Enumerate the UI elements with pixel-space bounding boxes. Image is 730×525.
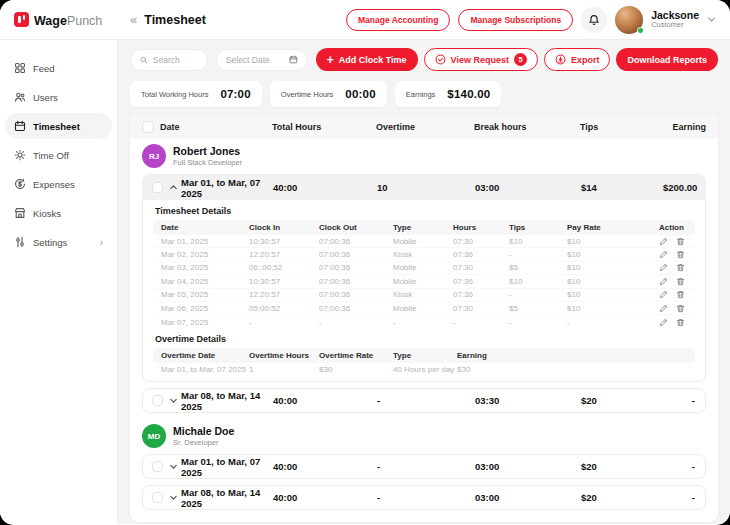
row-checkbox[interactable] xyxy=(152,182,163,193)
sidebar-item-users[interactable]: Users xyxy=(5,84,112,110)
notification-bell-button[interactable] xyxy=(581,7,607,33)
detail-hours: 07:30 xyxy=(453,237,509,246)
detail-date: Mar 03, 2025 xyxy=(161,263,249,272)
sidebar-item-expenses[interactable]: Expenses xyxy=(5,171,112,197)
select-date-input[interactable] xyxy=(226,55,284,65)
sidebar-item-time-off[interactable]: Time Off xyxy=(5,142,112,168)
detail-tips: - xyxy=(509,290,567,299)
expenses-icon xyxy=(14,178,26,190)
manage-subscriptions-button[interactable]: Manage Subscriptions xyxy=(458,9,573,31)
collapse-chevron-up-icon[interactable] xyxy=(165,183,181,192)
edit-pencil-icon[interactable] xyxy=(659,318,668,327)
employee-role: Full Stack Developer xyxy=(173,158,242,167)
download-reports-button[interactable]: Download Reports xyxy=(616,48,718,71)
feed-icon xyxy=(14,62,26,74)
sidebar-item-label: Time Off xyxy=(33,150,69,161)
overtime-details-title: Overtime Details xyxy=(155,334,693,344)
summary-label: Total Working Hours xyxy=(141,90,208,99)
edit-pencil-icon[interactable] xyxy=(659,290,668,299)
detail-clock-in: 10:30:57 xyxy=(249,277,319,286)
overtime-header-row: Overtime Date Overtime Hours Overtime Ra… xyxy=(153,348,695,363)
timesheet-detail-row: Mar 02, 2025 12:20:57 07:00:36 Kiosk 07:… xyxy=(153,248,695,261)
manage-accounting-button[interactable]: Manage Accounting xyxy=(346,9,450,31)
add-clock-time-button[interactable]: + Add Clock Time xyxy=(316,48,418,71)
detail-hours: 07:36 xyxy=(453,290,509,299)
timesheet-group-collapsed[interactable]: Mar 01, to Mar, 07 2025 40:00 - 03:00 $2… xyxy=(142,454,706,479)
detail-actions xyxy=(659,318,687,327)
timesheet-detail-row: Mar 07, 2025 - - - - - - xyxy=(153,315,695,328)
sidebar-item-kiosks[interactable]: Kiosks xyxy=(5,200,112,226)
detail-hours: - xyxy=(453,318,509,327)
timesheet-details-title: Timesheet Details xyxy=(155,206,693,216)
back-chevrons-icon[interactable]: « xyxy=(130,12,137,27)
date-field[interactable] xyxy=(216,49,308,71)
sidebar-item-timesheet[interactable]: Timesheet xyxy=(5,113,112,139)
view-request-button[interactable]: View Request 5 xyxy=(424,48,538,71)
employee-row: MD Michale Doe Sr. Developer xyxy=(130,419,718,452)
group-tips: $14 xyxy=(581,182,663,193)
bell-icon xyxy=(588,14,600,26)
delete-trash-icon[interactable] xyxy=(676,318,685,327)
detail-tips: $10 xyxy=(509,277,567,286)
detail-hours: 07:36 xyxy=(453,250,509,259)
delete-trash-icon[interactable] xyxy=(676,237,685,246)
delete-trash-icon[interactable] xyxy=(676,304,685,313)
row-checkbox[interactable] xyxy=(152,461,163,472)
group-header-row[interactable]: Mar 01, to Mar, 07 2025 40:00 10 03:00 $… xyxy=(143,175,705,200)
search-input[interactable] xyxy=(153,55,198,65)
sidebar-item-feed[interactable]: Feed xyxy=(5,55,112,81)
edit-pencil-icon[interactable] xyxy=(659,237,668,246)
expand-chevron-down-icon[interactable] xyxy=(165,462,181,471)
summary-label: Overtime Hours xyxy=(281,90,334,99)
export-button[interactable]: Export xyxy=(544,48,611,71)
timesheet-group-collapsed[interactable]: Mar 08, to Mar, 14 2025 40:00 - 03:00 $2… xyxy=(142,485,706,510)
detail-tips: $5 xyxy=(509,304,567,313)
settings-chevron-icon: › xyxy=(100,237,103,248)
online-status-dot xyxy=(637,27,644,34)
expand-chevron-down-icon[interactable] xyxy=(165,493,181,502)
edit-pencil-icon[interactable] xyxy=(659,263,668,272)
search-field[interactable] xyxy=(130,49,208,71)
main-content: + Add Clock Time View Request 5 Export D… xyxy=(118,40,730,524)
detail-clock-in: - xyxy=(249,318,319,327)
user-menu-chevron-icon[interactable] xyxy=(707,15,716,24)
edit-pencil-icon[interactable] xyxy=(659,250,668,259)
select-all-checkbox[interactable] xyxy=(142,121,154,133)
column-header-overtime: Overtime xyxy=(376,122,474,132)
group-date: Mar 01, to Mar, 07 2025 xyxy=(181,456,273,478)
delete-trash-icon[interactable] xyxy=(676,290,685,299)
app-window: WagePunch « Timesheet Manage Accounting … xyxy=(0,0,730,525)
overtime-col-earning: Earning xyxy=(457,351,687,360)
expand-chevron-down-icon[interactable] xyxy=(165,396,181,405)
row-checkbox[interactable] xyxy=(152,492,163,503)
sidebar-item-settings[interactable]: Settings › xyxy=(5,229,112,255)
detail-clock-out: - xyxy=(319,318,393,327)
row-checkbox[interactable] xyxy=(152,395,163,406)
settings-icon xyxy=(14,236,26,248)
overtime-col-hours: Overtime Hours xyxy=(249,351,319,360)
group-overtime: - xyxy=(377,395,475,406)
edit-pencil-icon[interactable] xyxy=(659,277,668,286)
detail-actions xyxy=(659,250,687,259)
detail-hours: 07:30 xyxy=(453,263,509,272)
edit-pencil-icon[interactable] xyxy=(659,304,668,313)
export-label: Export xyxy=(571,55,600,65)
detail-clock-in: 06::00:52 xyxy=(249,263,319,272)
timesheet-group-collapsed[interactable]: Mar 08, to Mar, 14 2025 40:00 - 03:30 $2… xyxy=(142,388,706,413)
overtime-type: 40 Hours per day xyxy=(393,365,457,374)
delete-trash-icon[interactable] xyxy=(676,263,685,272)
detail-type: Mobile xyxy=(393,277,453,286)
detail-date: Mar 01, 2025 xyxy=(161,237,249,246)
user-avatar[interactable] xyxy=(615,6,643,34)
delete-trash-icon[interactable] xyxy=(676,250,685,259)
group-overtime: - xyxy=(377,461,475,472)
timesheet-detail-row: Mar 05, 2025 12:20:57 07:00:36 Kiosk 07:… xyxy=(153,289,695,302)
delete-trash-icon[interactable] xyxy=(676,277,685,286)
detail-actions xyxy=(659,277,687,286)
details-col-type: Type xyxy=(393,223,453,232)
download-reports-label: Download Reports xyxy=(627,55,707,65)
column-header-total-hours: Total Hours xyxy=(272,122,376,132)
group-total-hours: 40:00 xyxy=(273,461,377,472)
timesheet-detail-row: Mar 06, 2025 05:00:52 07:00:36 Mobile 07… xyxy=(153,302,695,315)
detail-clock-out: 07:00:36 xyxy=(319,304,393,313)
